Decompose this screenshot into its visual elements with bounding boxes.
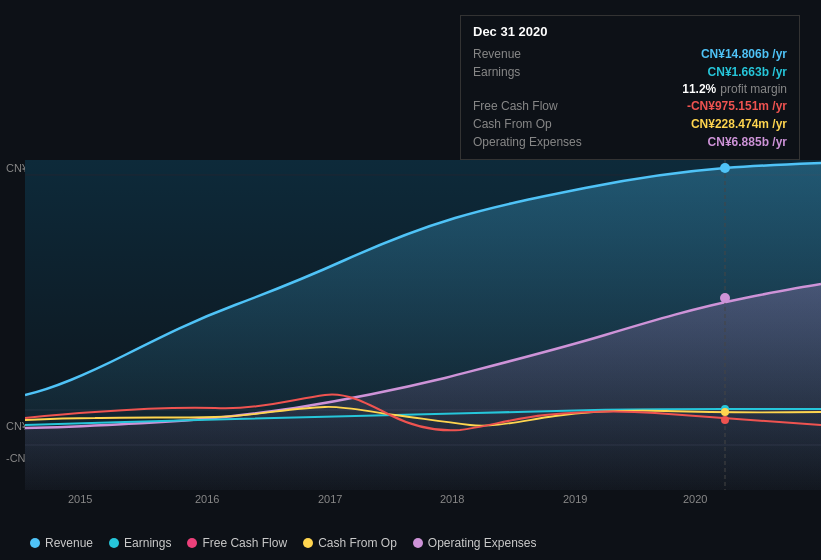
earnings-label: Earnings xyxy=(473,65,603,79)
legend-item-opex[interactable]: Operating Expenses xyxy=(413,536,537,550)
tooltip-box: Dec 31 2020 Revenue CN¥14.806b /yr Earni… xyxy=(460,15,800,160)
tooltip-row-fcf: Free Cash Flow -CN¥975.151m /yr xyxy=(473,97,787,115)
legend: Revenue Earnings Free Cash Flow Cash Fro… xyxy=(30,536,537,550)
revenue-value: CN¥14.806b /yr xyxy=(701,47,787,61)
profit-margin-row: 11.2% profit margin xyxy=(473,81,787,97)
legend-item-cashfromop[interactable]: Cash From Op xyxy=(303,536,397,550)
chart-svg xyxy=(25,160,821,490)
chart-container: Dec 31 2020 Revenue CN¥14.806b /yr Earni… xyxy=(0,0,821,560)
fcf-value: -CN¥975.151m /yr xyxy=(687,99,787,113)
tooltip-row-cashfromop: Cash From Op CN¥228.474m /yr xyxy=(473,115,787,133)
opex-value: CN¥6.885b /yr xyxy=(708,135,787,149)
opex-label: Operating Expenses xyxy=(473,135,603,149)
x-label-2016: 2016 xyxy=(195,493,219,505)
legend-dot-revenue xyxy=(30,538,40,548)
legend-dot-cashfromop xyxy=(303,538,313,548)
tooltip-row-opex: Operating Expenses CN¥6.885b /yr xyxy=(473,133,787,151)
profit-margin-label: profit margin xyxy=(720,82,787,96)
cashfromop-value: CN¥228.474m /yr xyxy=(691,117,787,131)
x-label-2020: 2020 xyxy=(683,493,707,505)
legend-item-fcf[interactable]: Free Cash Flow xyxy=(187,536,287,550)
legend-dot-earnings xyxy=(109,538,119,548)
legend-label-opex: Operating Expenses xyxy=(428,536,537,550)
legend-item-earnings[interactable]: Earnings xyxy=(109,536,171,550)
cashfromop-dot-2020 xyxy=(721,408,729,416)
legend-label-fcf: Free Cash Flow xyxy=(202,536,287,550)
x-label-2015: 2015 xyxy=(68,493,92,505)
legend-dot-opex xyxy=(413,538,423,548)
revenue-dot-2020 xyxy=(720,163,730,173)
legend-label-revenue: Revenue xyxy=(45,536,93,550)
legend-item-revenue[interactable]: Revenue xyxy=(30,536,93,550)
legend-label-earnings: Earnings xyxy=(124,536,171,550)
x-label-2017: 2017 xyxy=(318,493,342,505)
profit-margin-value: 11.2% xyxy=(682,82,716,96)
revenue-label: Revenue xyxy=(473,47,603,61)
x-label-2018: 2018 xyxy=(440,493,464,505)
earnings-value: CN¥1.663b /yr xyxy=(708,65,787,79)
cashfromop-label: Cash From Op xyxy=(473,117,603,131)
legend-label-cashfromop: Cash From Op xyxy=(318,536,397,550)
fcf-label: Free Cash Flow xyxy=(473,99,603,113)
x-label-2019: 2019 xyxy=(563,493,587,505)
legend-dot-fcf xyxy=(187,538,197,548)
fcf-dot-2020 xyxy=(721,416,729,424)
tooltip-row-earnings: Earnings CN¥1.663b /yr xyxy=(473,63,787,81)
tooltip-row-revenue: Revenue CN¥14.806b /yr xyxy=(473,45,787,63)
opex-dot-2020 xyxy=(720,293,730,303)
tooltip-date: Dec 31 2020 xyxy=(473,24,787,39)
